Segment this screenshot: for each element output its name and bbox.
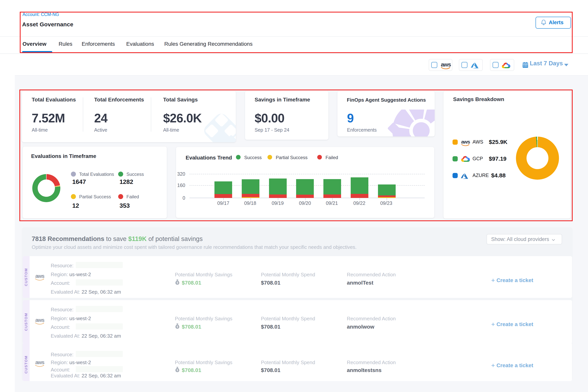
svg-text:$: $ (176, 281, 178, 284)
svg-text:$: $ (176, 369, 178, 372)
svg-text:$: $ (176, 325, 178, 328)
